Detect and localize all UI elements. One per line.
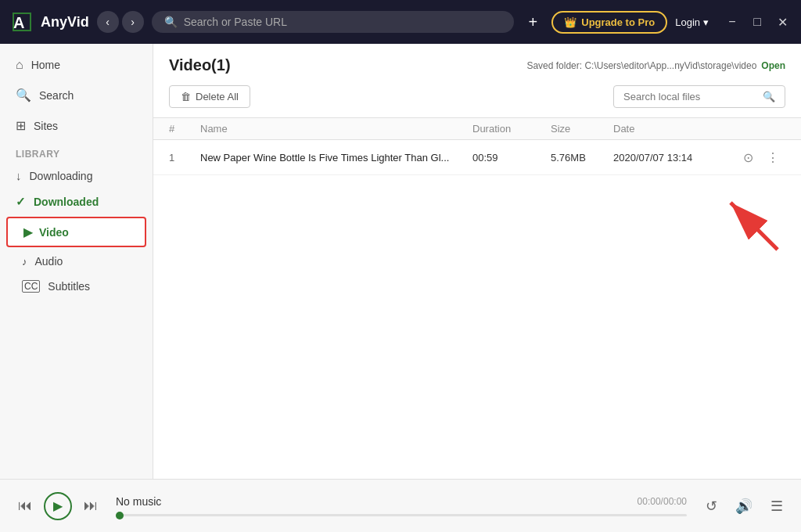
login-button[interactable]: Login ▾ (675, 16, 709, 28)
search-icon: 🔍 (16, 88, 31, 102)
subtitles-label: Subtitles (48, 280, 90, 293)
progress-bar[interactable] (116, 514, 687, 516)
check-icon: ✓ (16, 195, 26, 209)
close-button[interactable]: ✕ (773, 13, 792, 31)
nav-forward-button[interactable]: › (122, 11, 144, 33)
col-header-duration: Duration (472, 123, 551, 135)
audio-icon: ♪ (22, 256, 27, 268)
logo-icon: A (9, 9, 34, 34)
play-row-button[interactable]: ⊙ (738, 148, 757, 167)
repeat-button[interactable]: ↺ (699, 494, 723, 518)
col-header-size: Size (551, 123, 613, 135)
url-search-input[interactable] (184, 16, 502, 28)
window-controls: − □ ✕ (723, 13, 792, 31)
red-arrow-annotation (715, 187, 785, 261)
progress-dot (116, 512, 124, 519)
audio-label: Audio (35, 255, 63, 268)
row-actions: ⊙ ⋮ (738, 148, 785, 167)
maximize-button[interactable]: □ (748, 13, 767, 31)
row-name: New Paper Wine Bottle Is Five Times Ligh… (200, 152, 472, 164)
volume-button[interactable]: 🔊 (732, 494, 756, 518)
play-circle-icon: ▶ (23, 225, 33, 239)
main-layout: ⌂ Home 🔍 Search ⊞ Sites Library ↓ Downlo… (0, 44, 801, 479)
player-track-title: No music (116, 495, 161, 508)
sidebar-sites-label: Sites (34, 120, 58, 132)
crown-icon: 👑 (564, 16, 577, 28)
chevron-down-icon: ▾ (703, 16, 709, 28)
row-date: 2020/07/07 13:14 (613, 152, 738, 164)
more-options-button[interactable]: ⋮ (763, 148, 782, 167)
search-local-bar: 🔍 (613, 85, 785, 108)
player-info: No music 00:00/00:00 (116, 495, 687, 516)
page-title: Video(1) (169, 56, 231, 74)
next-button[interactable]: ⏭ (78, 494, 103, 519)
col-header-date: Date (613, 123, 738, 135)
svg-line-6 (731, 203, 778, 250)
video-label: Video (39, 226, 69, 239)
upgrade-button[interactable]: 👑 Upgrade to Pro (551, 11, 667, 34)
content-area: Video(1) Saved folder: C:\Users\editor\A… (153, 44, 801, 479)
col-header-name: Name (200, 123, 472, 135)
content-toolbar: 🗑 Delete All 🔍 (153, 81, 801, 117)
titlebar: A AnyVid ‹ › 🔍 + 👑 Upgrade to Pro Login … (0, 0, 801, 44)
playlist-button[interactable]: ☰ (765, 494, 788, 518)
home-icon: ⌂ (16, 58, 23, 72)
row-duration: 00:59 (472, 152, 551, 164)
sidebar-item-audio[interactable]: ♪ Audio (0, 249, 153, 274)
sidebar-item-downloaded[interactable]: ✓ Downloaded (0, 189, 153, 215)
sidebar-item-video[interactable]: ▶ Video (6, 217, 146, 247)
nav-buttons: ‹ › (97, 11, 144, 33)
trash-icon: 🗑 (181, 91, 191, 102)
sidebar-item-downloading[interactable]: ↓ Downloading (0, 163, 153, 189)
add-button[interactable]: + (522, 11, 544, 33)
library-section-label: Library (0, 141, 153, 163)
sidebar-item-search[interactable]: 🔍 Search (0, 80, 153, 110)
folder-path: Saved folder: C:\Users\editor\App...nyVi… (526, 60, 756, 71)
sidebar: ⌂ Home 🔍 Search ⊞ Sites Library ↓ Downlo… (0, 44, 153, 479)
sidebar-item-home[interactable]: ⌂ Home (0, 50, 153, 80)
player-time-display: 00:00/00:00 (638, 496, 687, 507)
minimize-button[interactable]: − (723, 13, 742, 31)
player-controls: ⏮ ▶ ⏭ (13, 492, 103, 520)
delete-all-button[interactable]: 🗑 Delete All (169, 85, 250, 108)
open-folder-link[interactable]: Open (761, 60, 785, 71)
play-icon: ▶ (53, 498, 63, 513)
search-bar-icon: 🔍 (164, 16, 178, 28)
col-header-num: # (169, 123, 200, 135)
sidebar-home-label: Home (31, 59, 60, 71)
folder-info: Saved folder: C:\Users\editor\App...nyVi… (526, 60, 785, 71)
play-pause-button[interactable]: ▶ (44, 492, 72, 520)
downloading-label: Downloading (30, 170, 93, 182)
search-local-input[interactable] (623, 91, 756, 102)
player-bar: ⏮ ▶ ⏭ No music 00:00/00:00 ↺ 🔊 ☰ (0, 479, 801, 532)
row-num: 1 (169, 152, 200, 164)
url-search-bar: 🔍 (152, 11, 515, 33)
sidebar-item-sites[interactable]: ⊞ Sites (0, 110, 153, 141)
subtitles-icon: CC (22, 280, 40, 293)
prev-button[interactable]: ⏮ (13, 494, 38, 519)
sidebar-search-label: Search (39, 89, 74, 102)
sidebar-item-subtitles[interactable]: CC Subtitles (0, 274, 153, 299)
table-row: 1 New Paper Wine Bottle Is Five Times Li… (153, 140, 801, 175)
svg-text:A: A (13, 14, 24, 31)
downloaded-label: Downloaded (34, 196, 99, 208)
app-name: AnyVid (41, 14, 89, 31)
row-size: 5.76MB (551, 152, 613, 164)
content-header: Video(1) Saved folder: C:\Users\editor\A… (153, 44, 801, 81)
download-icon: ↓ (16, 169, 22, 182)
search-local-icon: 🔍 (763, 91, 775, 102)
sites-icon: ⊞ (16, 118, 26, 133)
table-header: # Name Duration Size Date (153, 117, 801, 140)
col-header-actions (738, 123, 785, 135)
app-logo: A AnyVid (9, 9, 89, 34)
player-right-controls: ↺ 🔊 ☰ (699, 494, 788, 518)
nav-back-button[interactable]: ‹ (97, 11, 119, 33)
